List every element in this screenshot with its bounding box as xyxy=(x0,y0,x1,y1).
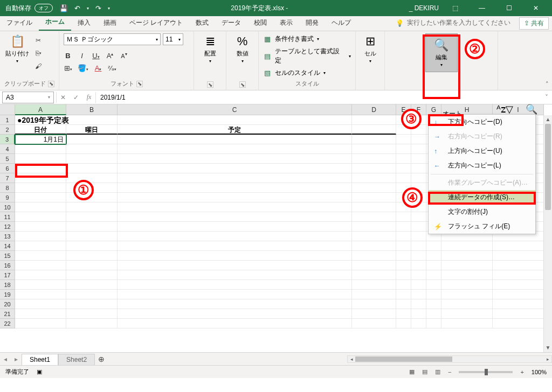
cell-B17[interactable] xyxy=(66,270,118,280)
cell-B5[interactable] xyxy=(66,154,118,164)
cell-B19[interactable] xyxy=(66,290,118,299)
cell-F3[interactable] xyxy=(411,135,426,144)
zoom-slider[interactable] xyxy=(459,371,513,373)
scroll-down-icon[interactable]: ▼ xyxy=(544,344,552,352)
cell-E21[interactable] xyxy=(396,309,411,319)
row-header-6[interactable]: 6 xyxy=(0,164,15,173)
scroll-up-icon[interactable]: ▲ xyxy=(544,115,552,124)
name-box[interactable]: A3▾ xyxy=(2,92,54,103)
cell-C2[interactable]: 予定 xyxy=(118,125,352,135)
cell-B2[interactable]: 曜日 xyxy=(66,125,118,135)
fill-down-item[interactable]: ↓下方向へコピー(D) xyxy=(429,115,535,129)
cell-B4[interactable] xyxy=(66,144,118,154)
cell-I18[interactable] xyxy=(493,280,544,290)
phonetic-button[interactable]: ᶻ⁄ₐ▾ xyxy=(108,64,116,72)
select-all-corner[interactable] xyxy=(0,104,15,115)
row-header-14[interactable]: 14 xyxy=(0,241,15,251)
cell-G20[interactable] xyxy=(426,299,441,309)
cell-I15[interactable] xyxy=(493,251,544,261)
cell-F20[interactable] xyxy=(411,299,426,309)
cell-F5[interactable] xyxy=(411,154,426,164)
cell-A2[interactable]: 日付 xyxy=(15,125,66,135)
cell-F2[interactable] xyxy=(411,125,426,135)
cell-I17[interactable] xyxy=(493,270,544,280)
cell-H18[interactable] xyxy=(441,280,493,290)
scroll-thumb[interactable] xyxy=(545,124,551,210)
cell-F10[interactable] xyxy=(411,202,426,212)
cell-E12[interactable] xyxy=(396,222,411,232)
formula-input[interactable]: 2019/1/1 xyxy=(96,94,541,101)
cell-A14[interactable] xyxy=(15,241,66,251)
cell-D22[interactable] xyxy=(352,319,396,328)
cell-C15[interactable] xyxy=(118,251,352,261)
tab-review[interactable]: 校閲 xyxy=(247,15,273,31)
cell-F19[interactable] xyxy=(411,290,426,299)
cell-D10[interactable] xyxy=(352,202,396,212)
fill-color-button[interactable]: 🪣▾ xyxy=(78,64,88,72)
cell-F8[interactable] xyxy=(411,183,426,193)
format-painter-icon[interactable]: 🖌 xyxy=(33,61,43,71)
zoom-thumb[interactable] xyxy=(485,369,488,375)
new-sheet-icon[interactable]: ⊕ xyxy=(95,355,108,363)
vertical-scrollbar[interactable]: ▲ ▼ xyxy=(543,115,552,352)
tab-developer[interactable]: 開発 xyxy=(299,15,325,31)
row-header-1[interactable]: 1 xyxy=(0,115,15,125)
share-button[interactable]: ⇪ 共有 xyxy=(519,17,549,30)
expand-formula-bar-icon[interactable]: ˅ xyxy=(541,94,552,101)
col-header-F[interactable]: F xyxy=(411,104,426,115)
hscroll-left-icon[interactable]: ◂ xyxy=(348,356,355,362)
cell-I19[interactable] xyxy=(493,290,544,299)
editing-button[interactable]: 🔍 編集 ▾ xyxy=(425,33,458,72)
row-header-4[interactable]: 4 xyxy=(0,144,15,154)
cell-F21[interactable] xyxy=(411,309,426,319)
font-size-select[interactable]: 11▾ xyxy=(163,33,183,45)
cell-D1[interactable] xyxy=(352,115,396,125)
col-header-C[interactable]: C xyxy=(118,104,352,115)
cell-H19[interactable] xyxy=(441,290,493,299)
cell-B18[interactable] xyxy=(66,280,118,290)
cell-C16[interactable] xyxy=(118,261,352,270)
cell-D6[interactable] xyxy=(352,164,396,173)
paste-button[interactable]: 📋 貼り付け ▾ xyxy=(4,33,30,65)
cell-C13[interactable] xyxy=(118,232,352,241)
cell-B1[interactable] xyxy=(66,115,118,125)
qat-dropdown-icon[interactable]: ▾ xyxy=(108,6,110,11)
cell-G21[interactable] xyxy=(426,309,441,319)
fill-up-item[interactable]: ↑上方向へコピー(U) xyxy=(429,144,535,158)
tell-me-search[interactable]: 💡 実行したい作業を入力してください xyxy=(390,15,516,31)
italic-button[interactable]: I xyxy=(78,52,86,60)
cell-I16[interactable] xyxy=(493,261,544,270)
cell-E14[interactable] xyxy=(396,241,411,251)
cell-C6[interactable] xyxy=(118,164,352,173)
cell-A9[interactable] xyxy=(15,193,66,202)
flash-fill-item[interactable]: ⚡フラッシュ フィル(E) xyxy=(429,219,535,234)
cell-D8[interactable] xyxy=(352,183,396,193)
cell-E7[interactable] xyxy=(396,173,411,183)
cell-C3[interactable] xyxy=(118,135,352,144)
cell-D12[interactable] xyxy=(352,222,396,232)
cell-A21[interactable] xyxy=(15,309,66,319)
cell-E8[interactable] xyxy=(396,183,411,193)
cells-button[interactable]: ⊞ セル ▾ xyxy=(363,33,377,65)
col-header-B[interactable]: B xyxy=(66,104,118,115)
cell-F22[interactable] xyxy=(411,319,426,328)
cell-A3[interactable]: 1月1日 xyxy=(15,135,66,144)
conditional-format-button[interactable]: ▦条件付き書式▾ xyxy=(263,34,319,44)
cell-F13[interactable] xyxy=(411,232,426,241)
cell-B21[interactable] xyxy=(66,309,118,319)
cell-E3[interactable] xyxy=(396,135,411,144)
hscroll-right-icon[interactable]: ▸ xyxy=(544,356,551,362)
row-header-22[interactable]: 22 xyxy=(0,319,15,328)
cell-C4[interactable] xyxy=(118,144,352,154)
cell-G18[interactable] xyxy=(426,280,441,290)
row-header-21[interactable]: 21 xyxy=(0,309,15,319)
number-button[interactable]: % 数値 ▾ xyxy=(236,33,250,65)
collapse-ribbon-icon[interactable]: ˄ xyxy=(546,81,549,88)
page-break-view-icon[interactable]: ▥ xyxy=(435,368,440,375)
cell-E11[interactable] xyxy=(396,212,411,222)
tab-page-layout[interactable]: ページ レイアウト xyxy=(123,15,189,31)
cell-D13[interactable] xyxy=(352,232,396,241)
cell-A10[interactable] xyxy=(15,202,66,212)
cell-A8[interactable] xyxy=(15,183,66,193)
sheet-tab-2[interactable]: Sheet2 xyxy=(58,354,95,365)
